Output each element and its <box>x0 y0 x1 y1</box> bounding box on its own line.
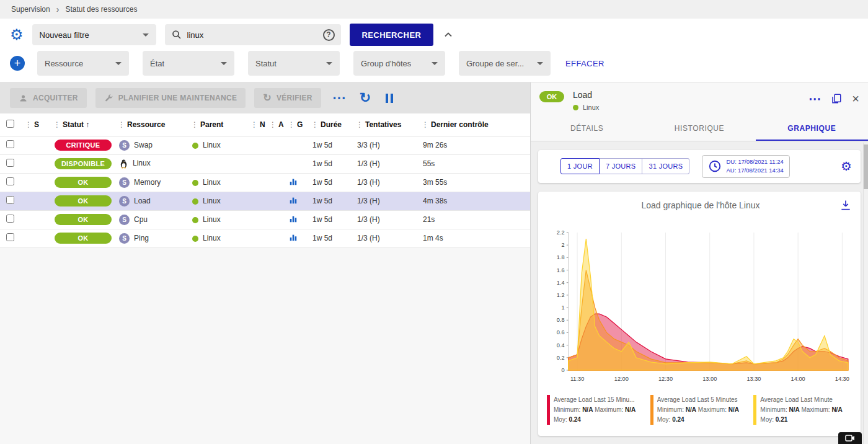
column-drag-icon[interactable]: ⋮ <box>118 120 125 129</box>
ack-cell <box>269 210 288 229</box>
column-header-a[interactable]: ⋮A <box>269 113 288 136</box>
filter-dropdown-groupe-de-ser[interactable]: Groupe de ser... <box>459 51 551 76</box>
column-drag-icon[interactable]: ⋮ <box>191 120 198 129</box>
filter-dropdown-group-d-hotes[interactable]: Group d'hôtes <box>353 51 445 76</box>
parent-name: Linux <box>203 178 221 187</box>
breadcrumb-supervision[interactable]: Supervision <box>11 5 50 14</box>
row-checkbox[interactable] <box>6 233 14 241</box>
maintenance-label: PLANIFIER UNE MAINTENANCE <box>118 94 237 102</box>
resource-cell[interactable]: Linux <box>118 154 191 173</box>
last-check-cell: 3m 55s <box>422 173 530 192</box>
column-header-ressource[interactable]: ⋮Ressource <box>118 113 191 136</box>
column-header-s[interactable]: ⋮S <box>25 113 53 136</box>
caret-down-icon <box>326 62 332 65</box>
breadcrumb-statut-des-ressources[interactable]: Statut des ressources <box>65 5 137 14</box>
status-badge: CRITIQUE <box>55 140 112 151</box>
legend-item: Average Load Last MinuteMinimum: N/A Max… <box>753 395 852 425</box>
column-drag-icon[interactable]: ⋮ <box>53 120 61 129</box>
service-icon: S <box>119 140 130 151</box>
table-row[interactable]: OKSPingLinux1w 5d1/3 (H)1m 4s <box>0 229 530 247</box>
column-drag-icon[interactable]: ⋮ <box>356 120 363 129</box>
row-checkbox[interactable] <box>6 177 14 185</box>
filter-dropdown-ressource[interactable]: Ressource <box>37 51 129 76</box>
filter-dropdown-etat[interactable]: État <box>143 51 234 76</box>
graph-icon[interactable] <box>289 215 298 223</box>
caret-down-icon <box>115 62 122 65</box>
filter-settings-gear-icon[interactable]: ⚙ <box>10 27 24 42</box>
graph-icon[interactable] <box>289 196 298 205</box>
resource-cell[interactable]: SCpu <box>118 210 191 229</box>
row-checkbox[interactable] <box>6 159 14 167</box>
column-header-n[interactable]: ⋮N <box>250 113 269 136</box>
acknowledge-button[interactable]: ACQUITTER <box>10 88 87 108</box>
panel-more-icon[interactable]: ⋯ <box>808 92 821 105</box>
maintenance-button[interactable]: PLANIFIER UNE MAINTENANCE <box>95 88 246 108</box>
column-drag-icon[interactable]: ⋮ <box>25 120 32 129</box>
copy-link-icon[interactable] <box>831 93 842 104</box>
column-header-g[interactable]: ⋮G <box>288 113 311 136</box>
add-criteria-icon[interactable]: + <box>10 56 25 71</box>
column-drag-icon[interactable]: ⋮ <box>311 120 319 129</box>
collapse-filters-chevron-up-icon[interactable] <box>442 29 454 41</box>
search-input[interactable] <box>187 30 318 40</box>
column-drag-icon[interactable]: ⋮ <box>269 120 277 129</box>
tab-graphique[interactable]: GRAPHIQUE <box>756 116 868 141</box>
table-row[interactable]: DISPONIBLELinux1w 5d1/3 (H)55s <box>0 154 530 173</box>
graph-cell <box>288 173 311 192</box>
graph-icon[interactable] <box>289 233 298 242</box>
search-button[interactable]: RECHERCHER <box>350 24 434 46</box>
saved-filter-select[interactable]: Nouveau filtre <box>32 24 156 45</box>
graph-icon[interactable] <box>289 177 298 186</box>
pause-icon[interactable] <box>382 94 397 103</box>
export-chart-icon[interactable] <box>839 199 852 211</box>
table-row[interactable]: OKSCpuLinux1w 5d1/3 (H)21s <box>0 210 530 229</box>
column-header-dernier-controle[interactable]: ⋮Dernier contrôle <box>422 113 530 136</box>
select-all-checkbox[interactable] <box>6 120 14 128</box>
host-up-dot-icon <box>192 143 198 149</box>
resource-cell[interactable]: SSwap <box>118 136 191 154</box>
filter-dropdown-statut[interactable]: Statut <box>248 51 340 76</box>
legend-series-name: Average Load Last 15 Minu... <box>554 395 645 405</box>
column-header-duree[interactable]: ⋮Durée <box>311 113 356 136</box>
tab-details[interactable]: DÉTAILS <box>531 116 643 141</box>
row-checkbox[interactable] <box>6 140 14 148</box>
date-range-picker[interactable]: DU: 17/08/2021 11:24 AU: 17/08/2021 14:3… <box>702 155 789 178</box>
range-button-7-jours[interactable]: 7 JOURS <box>600 158 643 174</box>
resource-cell[interactable]: SPing <box>118 229 191 247</box>
close-panel-icon[interactable]: × <box>852 92 859 105</box>
svg-text:11:30: 11:30 <box>570 376 584 382</box>
row-select-cell <box>0 154 25 173</box>
clear-filters-button[interactable]: EFFACER <box>565 59 604 68</box>
svg-text:0: 0 <box>562 367 565 373</box>
row-checkbox[interactable] <box>6 196 14 204</box>
panel-scrollbar-thumb[interactable] <box>864 144 868 189</box>
svg-text:12:00: 12:00 <box>614 376 629 382</box>
table-row[interactable]: OKSMemoryLinux1w 5d1/3 (H)3m 55s <box>0 173 530 192</box>
column-drag-icon[interactable]: ⋮ <box>288 120 295 129</box>
column-header-parent[interactable]: ⋮Parent <box>191 113 250 136</box>
resource-cell[interactable]: SMemory <box>118 173 191 192</box>
table-row[interactable]: OKSLoadLinux1w 5d1/3 (H)4m 38s <box>0 192 530 210</box>
refresh-icon[interactable]: ↻ <box>357 91 373 105</box>
row-checkbox[interactable] <box>6 215 14 223</box>
table-row[interactable]: CRITIQUESSwapLinux1w 5d3/3 (H)9m 26s <box>0 136 530 154</box>
column-drag-icon[interactable]: ⋮ <box>422 120 429 129</box>
chart-legend: Average Load Last 15 Minu...Minimum: N/A… <box>547 395 852 425</box>
check-button[interactable]: ↻ VÉRIFIER <box>254 88 321 108</box>
resources-table: ⋮S⋮Statut ↑⋮Ressource⋮Parent⋮N⋮A⋮G⋮Durée… <box>0 113 530 248</box>
parent-name: Linux <box>203 197 221 205</box>
load-chart[interactable]: 11:3012:0012:3013:0013:3014:0014:3000.20… <box>547 228 852 386</box>
more-actions-icon[interactable]: ⋯ <box>330 91 348 105</box>
range-button-1-jour[interactable]: 1 JOUR <box>560 158 600 174</box>
graph-settings-gear-icon[interactable]: ⚙ <box>841 160 852 172</box>
resources-table-body: CRITIQUESSwapLinux1w 5d3/3 (H)9m 26sDISP… <box>0 136 530 247</box>
tab-historique[interactable]: HISTORIQUE <box>643 116 755 141</box>
status-badge: OK <box>55 214 112 225</box>
select-all-header <box>0 113 25 136</box>
column-drag-icon[interactable]: ⋮ <box>250 120 258 129</box>
range-button-31-jours[interactable]: 31 JOURS <box>642 158 689 174</box>
column-header-statut[interactable]: ⋮Statut ↑ <box>53 113 118 136</box>
search-help-icon[interactable]: ? <box>323 29 335 41</box>
column-header-tentatives[interactable]: ⋮Tentatives <box>356 113 422 136</box>
resource-cell[interactable]: SLoad <box>118 192 191 210</box>
